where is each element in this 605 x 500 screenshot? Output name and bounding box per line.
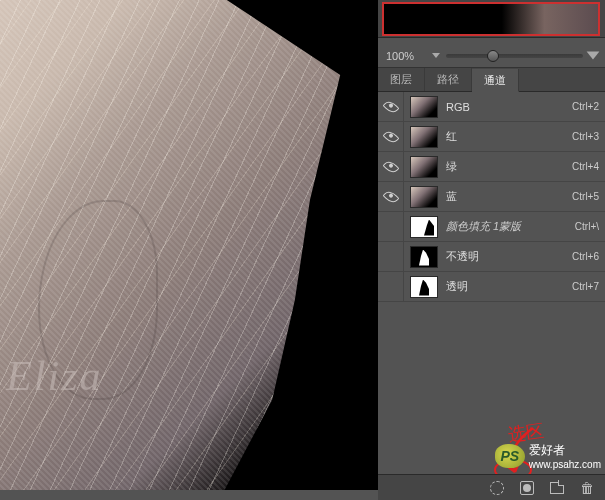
zoom-row: 100% <box>378 38 605 68</box>
new-channel-icon[interactable] <box>549 480 565 496</box>
eye-icon <box>382 98 399 115</box>
channel-row[interactable]: RGBCtrl+2 <box>378 92 605 122</box>
visibility-toggle[interactable] <box>378 212 404 241</box>
zoom-out-icon[interactable] <box>432 53 440 58</box>
channel-row[interactable]: 绿Ctrl+4 <box>378 152 605 182</box>
zoom-in-icon[interactable] <box>587 52 600 60</box>
visibility-toggle[interactable] <box>378 152 404 181</box>
channel-shortcut: Ctrl+5 <box>572 191 599 202</box>
visibility-toggle[interactable] <box>378 182 404 211</box>
visibility-toggle[interactable] <box>378 272 404 301</box>
channel-row[interactable]: 蓝Ctrl+5 <box>378 182 605 212</box>
channel-name: 蓝 <box>446 189 572 204</box>
channel-shortcut: Ctrl+\ <box>575 221 599 232</box>
tab-paths[interactable]: 路径 <box>425 68 472 91</box>
zoom-slider-handle[interactable] <box>487 50 499 62</box>
channel-name: RGB <box>446 101 572 113</box>
channel-thumbnail <box>410 216 438 238</box>
channel-shortcut: Ctrl+2 <box>572 101 599 112</box>
channel-thumbnail <box>410 186 438 208</box>
panel-tabs: 图层 路径 通道 <box>378 68 605 92</box>
navigator-thumbnail[interactable] <box>382 2 600 36</box>
channel-thumbnail <box>410 246 438 268</box>
channel-list: RGBCtrl+2红Ctrl+3绿Ctrl+4蓝Ctrl+5颜色填充 1蒙版Ct… <box>378 92 605 302</box>
channel-shortcut: Ctrl+4 <box>572 161 599 172</box>
tab-layers[interactable]: 图层 <box>378 68 425 91</box>
channel-name: 不透明 <box>446 249 572 264</box>
channel-shortcut: Ctrl+6 <box>572 251 599 262</box>
channel-row[interactable]: 颜色填充 1蒙版Ctrl+\ <box>378 212 605 242</box>
document-image: f Eliza <box>0 0 378 500</box>
visibility-toggle[interactable] <box>378 242 404 271</box>
channel-shortcut: Ctrl+3 <box>572 131 599 142</box>
channel-name: 红 <box>446 129 572 144</box>
channel-name: 绿 <box>446 159 572 174</box>
save-selection-mask-icon[interactable] <box>519 480 535 496</box>
zoom-value[interactable]: 100% <box>386 50 426 62</box>
visibility-toggle[interactable] <box>378 92 404 121</box>
site-watermark-label: 爱好者 <box>529 442 601 459</box>
channel-row[interactable]: 红Ctrl+3 <box>378 122 605 152</box>
channel-thumbnail <box>410 156 438 178</box>
right-panel: 100% 图层 路径 通道 RGBCtrl+2红Ctrl+3绿Ctrl+4蓝Ct… <box>378 0 605 500</box>
channel-row[interactable]: 透明Ctrl+7 <box>378 272 605 302</box>
channel-name: 颜色填充 1蒙版 <box>446 219 575 234</box>
channel-panel-footer: 🗑 <box>378 474 605 500</box>
eye-icon <box>382 188 399 205</box>
zoom-slider[interactable] <box>446 54 583 58</box>
channel-thumbnail <box>410 96 438 118</box>
visibility-toggle[interactable] <box>378 122 404 151</box>
site-watermark: PS 爱好者 www.psahz.com <box>495 442 601 470</box>
channel-thumbnail <box>410 276 438 298</box>
eye-icon <box>382 158 399 175</box>
channel-row[interactable]: 不透明Ctrl+6 <box>378 242 605 272</box>
ps-logo-icon: PS <box>495 444 525 468</box>
delete-channel-icon[interactable]: 🗑 <box>579 480 595 496</box>
site-watermark-url: www.psahz.com <box>529 459 601 470</box>
load-selection-icon[interactable] <box>489 480 505 496</box>
tab-channels[interactable]: 通道 <box>472 69 519 92</box>
canvas-status-bar <box>0 490 378 500</box>
image-text-watermark: f Eliza <box>0 352 103 400</box>
channel-name: 透明 <box>446 279 572 294</box>
channel-shortcut: Ctrl+7 <box>572 281 599 292</box>
eye-icon <box>382 128 399 145</box>
canvas-area[interactable]: f Eliza <box>0 0 378 500</box>
channel-thumbnail <box>410 126 438 148</box>
navigator-strip <box>378 0 605 38</box>
